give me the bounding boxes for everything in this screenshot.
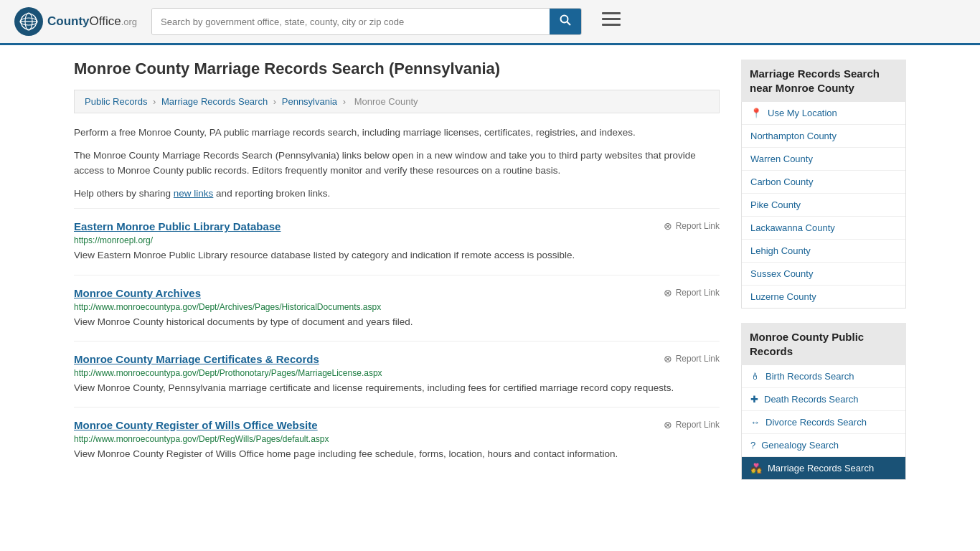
logo-tld: .org <box>121 17 137 27</box>
list-item: Luzerne County <box>742 286 905 308</box>
genealogy-icon: ? <box>750 440 755 451</box>
sidebar-item-pike[interactable]: Pike County <box>742 194 905 216</box>
sidebar-nearby-section: Marriage Records Search near Monroe Coun… <box>741 60 906 309</box>
result-item: Monroe County Register of Wills Office W… <box>74 407 720 473</box>
result-url: https://monroepl.org/ <box>74 235 720 245</box>
intro-paragraph-1: Perform a free Monroe County, PA public … <box>74 125 720 141</box>
result-title-link[interactable]: Monroe County Register of Wills Office W… <box>74 419 318 431</box>
sidebar-item-lehigh[interactable]: Lehigh County <box>742 240 905 262</box>
result-title-link[interactable]: Eastern Monroe Public Library Database <box>74 220 281 232</box>
sidebar-item-genealogy[interactable]: ? Genealogy Search <box>742 434 905 456</box>
svg-rect-7 <box>602 12 621 14</box>
result-desc: View Eastern Monroe Public Library resou… <box>74 248 720 263</box>
sidebar-nearby-list: 📍 Use My Location Northampton County War… <box>741 102 906 309</box>
sidebar-item-carbon[interactable]: Carbon County <box>742 171 905 193</box>
report-link[interactable]: ⊗ Report Link <box>664 287 720 298</box>
report-icon: ⊗ <box>664 287 672 298</box>
sidebar-item-lackawanna[interactable]: Lackawanna County <box>742 217 905 239</box>
breadcrumb: Public Records › Marriage Records Search… <box>74 90 720 113</box>
svg-line-6 <box>567 22 571 26</box>
divorce-icon: ↔ <box>750 417 760 428</box>
page-title: Monroe County Marriage Records Search (P… <box>74 60 720 78</box>
result-url: http://www.monroecountypa.gov/Dept/RegWi… <box>74 434 720 444</box>
result-desc: View Monroe County Register of Wills Off… <box>74 447 720 461</box>
result-desc: View Monroe County, Pennsylvania marriag… <box>74 381 720 395</box>
search-bar <box>151 8 582 35</box>
list-item: Lackawanna County <box>742 217 905 240</box>
sidebar-public-records-list: 🕯 Birth Records Search ✚ Death Records S… <box>741 365 906 480</box>
list-item: 🕯 Birth Records Search <box>742 365 905 388</box>
sidebar-public-records-heading: Monroe County Public Records <box>741 323 906 365</box>
intro-paragraph-2: The Monroe County Marriage Records Searc… <box>74 148 720 179</box>
report-link[interactable]: ⊗ Report Link <box>664 353 720 364</box>
menu-button[interactable] <box>596 9 626 34</box>
main-content: Monroe County Marriage Records Search (P… <box>74 60 720 494</box>
list-item: ? Genealogy Search <box>742 434 905 457</box>
list-item: Warren County <box>742 148 905 171</box>
breadcrumb-link-public-records[interactable]: Public Records <box>85 96 147 107</box>
sidebar-item-use-my-location[interactable]: 📍 Use My Location <box>742 102 905 124</box>
main-container: Monroe County Marriage Records Search (P… <box>60 45 920 509</box>
sidebar-item-warren[interactable]: Warren County <box>742 148 905 170</box>
header: CountyOffice.org <box>0 0 980 45</box>
list-item: ✚ Death Records Search <box>742 388 905 411</box>
new-links-link[interactable]: new links <box>174 188 214 199</box>
svg-point-5 <box>561 16 568 23</box>
sidebar-item-death-records[interactable]: ✚ Death Records Search <box>742 388 905 410</box>
report-icon: ⊗ <box>664 353 672 364</box>
sidebar-item-luzerne[interactable]: Luzerne County <box>742 286 905 308</box>
list-item: 📍 Use My Location <box>742 102 905 125</box>
marriage-icon: 💑 <box>750 463 762 474</box>
list-item: 💑 Marriage Records Search <box>742 457 905 479</box>
breadcrumb-link-pennsylvania[interactable]: Pennsylvania <box>282 96 337 107</box>
death-icon: ✚ <box>750 394 758 405</box>
logo-link[interactable]: CountyOffice.org <box>14 7 137 36</box>
result-title-link[interactable]: Monroe County Archives <box>74 287 201 299</box>
sidebar-item-divorce-records[interactable]: ↔ Divorce Records Search <box>742 411 905 433</box>
breadcrumb-current: Monroe County <box>354 96 418 107</box>
search-button[interactable] <box>550 9 581 34</box>
list-item: Sussex County <box>742 263 905 286</box>
results-list: Eastern Monroe Public Library Database ⊗… <box>74 208 720 473</box>
result-url: http://www.monroecountypa.gov/Dept/Archi… <box>74 302 720 312</box>
sidebar-nearby-heading: Marriage Records Search near Monroe Coun… <box>741 60 906 102</box>
result-url: http://www.monroecountypa.gov/Dept/Proth… <box>74 368 720 378</box>
sidebar-item-northampton[interactable]: Northampton County <box>742 125 905 147</box>
list-item: ↔ Divorce Records Search <box>742 411 905 434</box>
sidebar-public-records-section: Monroe County Public Records 🕯 Birth Rec… <box>741 323 906 480</box>
list-item: Carbon County <box>742 171 905 194</box>
result-desc: View Monroe County historical documents … <box>74 315 720 329</box>
report-icon: ⊗ <box>664 419 672 430</box>
logo-icon <box>14 7 43 36</box>
intro-paragraph-3: Help others by sharing new links and rep… <box>74 186 720 202</box>
svg-rect-9 <box>602 24 621 26</box>
report-icon: ⊗ <box>664 220 672 232</box>
birth-icon: 🕯 <box>750 371 760 382</box>
list-item: Lehigh County <box>742 240 905 263</box>
sidebar: Marriage Records Search near Monroe Coun… <box>741 60 906 494</box>
result-item: Monroe County Archives ⊗ Report Link htt… <box>74 275 720 341</box>
breadcrumb-link-marriage-records[interactable]: Marriage Records Search <box>161 96 268 107</box>
list-item: Pike County <box>742 194 905 217</box>
sidebar-item-birth-records[interactable]: 🕯 Birth Records Search <box>742 365 905 387</box>
result-item: Eastern Monroe Public Library Database ⊗… <box>74 208 720 274</box>
location-icon: 📍 <box>750 108 762 118</box>
report-link[interactable]: ⊗ Report Link <box>664 419 720 430</box>
sidebar-item-sussex[interactable]: Sussex County <box>742 263 905 285</box>
svg-rect-8 <box>602 18 621 20</box>
result-item: Monroe County Marriage Certificates & Re… <box>74 341 720 407</box>
result-title-link[interactable]: Monroe County Marriage Certificates & Re… <box>74 353 319 365</box>
logo-suffix: Office <box>90 14 121 28</box>
logo-brand: County <box>47 14 90 28</box>
report-link[interactable]: ⊗ Report Link <box>664 220 720 232</box>
list-item: Northampton County <box>742 125 905 148</box>
search-input[interactable] <box>152 9 550 34</box>
sidebar-item-marriage-records[interactable]: 💑 Marriage Records Search <box>742 457 905 479</box>
